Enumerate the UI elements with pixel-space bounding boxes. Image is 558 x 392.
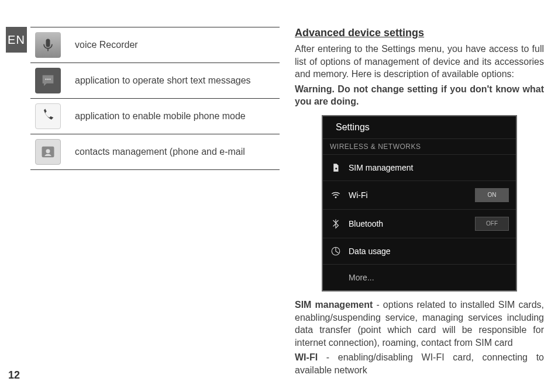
svg-point-6: [46, 149, 50, 153]
app-desc: application to operate short text messag…: [71, 63, 280, 99]
right-column: Advanced device settings After entering …: [295, 27, 544, 392]
row-label: Data usage: [349, 247, 509, 256]
sim-icon: [330, 162, 342, 174]
table-row: application to operate short text messag…: [30, 63, 280, 99]
row-label: SIM management: [349, 163, 509, 172]
row-label: More...: [349, 273, 509, 282]
settings-header-label: Settings: [336, 122, 370, 133]
sim-label: SIM management: [295, 300, 373, 310]
table-row: contacts management (phone and e-mail: [30, 134, 280, 170]
sms-icon: [35, 68, 61, 93]
svg-point-2: [45, 79, 46, 80]
app-desc: contacts management (phone and e-mail: [71, 134, 280, 170]
table-row: voice Recorder: [30, 27, 280, 63]
left-column: voice Recorder application to operate sh…: [30, 27, 280, 392]
bluetooth-icon: [330, 218, 342, 230]
page-number: 12: [8, 369, 20, 381]
svg-point-3: [47, 79, 49, 80]
data-icon: [330, 245, 342, 257]
contacts-icon: [35, 139, 61, 165]
wifi-icon: [330, 189, 342, 201]
intro-text: After entering to the Settings menu, you…: [295, 43, 544, 81]
wifi-label: WI-FI: [295, 352, 318, 362]
app-desc: application to enable mobile phone mode: [71, 99, 280, 134]
svg-point-13: [335, 168, 337, 169]
settings-row-more: More...: [323, 265, 516, 290]
svg-point-4: [49, 79, 50, 80]
table-row: application to enable mobile phone mode: [30, 99, 280, 134]
app-desc: voice Recorder: [71, 27, 280, 63]
voice-recorder-icon: [35, 32, 61, 58]
section-title: Advanced device settings: [295, 27, 544, 39]
language-tab: EN: [6, 27, 27, 53]
bluetooth-toggle: OFF: [475, 217, 509, 231]
blank-icon: [330, 272, 342, 283]
settings-row-wifi: Wi-Fi ON: [323, 181, 516, 210]
row-label: Wi-Fi: [349, 190, 468, 200]
settings-section-label: WIRELESS & NETWORKS: [323, 139, 516, 155]
apps-table: voice Recorder application to operate sh…: [30, 27, 280, 170]
wifi-desc: - enabling/disabling WI-FI card, connect…: [295, 352, 544, 375]
wifi-toggle: ON: [475, 188, 509, 202]
settings-screenshot: Settings WIRELESS & NETWORKS SIM managem…: [322, 115, 517, 292]
phone-icon: [35, 103, 61, 129]
settings-header: Settings: [323, 116, 516, 139]
wifi-paragraph: WI-FI - enabling/disabling WI-FI card, c…: [295, 351, 544, 376]
row-label: Bluetooth: [349, 219, 468, 228]
settings-row-bluetooth: Bluetooth OFF: [323, 210, 516, 238]
settings-row-sim: SIM management: [323, 155, 516, 181]
svg-rect-0: [46, 39, 50, 47]
warning-text: Warning. Do not change setting if you do…: [295, 83, 544, 108]
sim-paragraph: SIM management - options related to inst…: [295, 299, 544, 349]
settings-row-data: Data usage: [323, 238, 516, 265]
svg-point-14: [335, 196, 337, 198]
